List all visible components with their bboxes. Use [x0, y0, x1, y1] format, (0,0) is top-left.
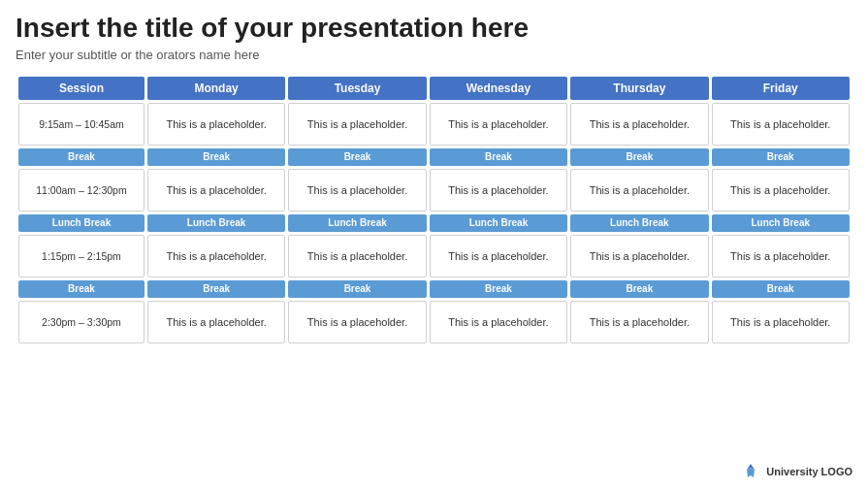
placeholder-cell: This is a placeholder.: [570, 301, 708, 343]
lunch-cell: Lunch Break: [147, 214, 285, 232]
lunch-cell: Lunch Break: [18, 214, 145, 232]
placeholder-cell: This is a placeholder.: [147, 235, 285, 277]
placeholder-cell: This is a placeholder.: [712, 169, 850, 212]
placeholder-cell: This is a placeholder.: [288, 301, 426, 343]
break-row: BreakBreakBreakBreakBreakBreak: [18, 280, 850, 298]
break-cell: Break: [147, 148, 285, 166]
placeholder-cell: This is a placeholder.: [430, 235, 567, 277]
placeholder-cell: This is a placeholder.: [288, 169, 426, 212]
placeholder-cell: This is a placeholder.: [712, 301, 850, 343]
placeholder-cell: This is a placeholder.: [430, 169, 567, 212]
data-row: 11:00am – 12:30pmThis is a placeholder.T…: [18, 169, 850, 212]
time-cell: 2:30pm – 3:30pm: [18, 301, 145, 343]
schedule-table: Session Monday Tuesday Wednesday Thursda…: [16, 74, 852, 346]
break-cell: Break: [288, 148, 426, 166]
presentation-title: Insert the title of your presentation he…: [16, 14, 852, 44]
presentation-subtitle: Enter your subtitle or the orators name …: [16, 48, 852, 62]
svg-marker-1: [747, 468, 755, 477]
break-cell: Break: [430, 148, 567, 166]
slide: Insert the title of your presentation he…: [0, 0, 868, 489]
col-tuesday: Tuesday: [288, 77, 426, 100]
placeholder-cell: This is a placeholder.: [712, 235, 850, 277]
break-cell: Break: [712, 148, 850, 166]
placeholder-cell: This is a placeholder.: [147, 301, 285, 343]
lunch-cell: Lunch Break: [570, 214, 708, 232]
break-row: BreakBreakBreakBreakBreakBreak: [18, 148, 850, 166]
logo-plain: University: [766, 466, 818, 477]
break-cell: Break: [570, 148, 708, 166]
col-wednesday: Wednesday: [430, 77, 567, 100]
placeholder-cell: This is a placeholder.: [570, 235, 708, 277]
placeholder-cell: This is a placeholder.: [570, 103, 708, 146]
placeholder-cell: This is a placeholder.: [430, 103, 567, 146]
col-session: Session: [18, 77, 145, 100]
col-monday: Monday: [147, 77, 285, 100]
break-cell: Break: [18, 148, 145, 166]
break-cell: Break: [712, 280, 850, 298]
header-row: Session Monday Tuesday Wednesday Thursda…: [18, 77, 850, 100]
break-cell: Break: [147, 280, 285, 298]
logo-text: University LOGO: [766, 466, 852, 477]
time-cell: 1:15pm – 2:15pm: [18, 235, 145, 277]
placeholder-cell: This is a placeholder.: [712, 103, 850, 146]
logo-bold: LOGO: [821, 466, 852, 477]
logo-area: University LOGO: [741, 462, 852, 481]
placeholder-cell: This is a placeholder.: [288, 235, 426, 277]
data-row: 9:15am – 10:45amThis is a placeholder.Th…: [18, 103, 850, 146]
time-cell: 11:00am – 12:30pm: [18, 169, 145, 212]
lunch-cell: Lunch Break: [430, 214, 567, 232]
placeholder-cell: This is a placeholder.: [147, 169, 285, 212]
data-row: 1:15pm – 2:15pmThis is a placeholder.Thi…: [18, 235, 850, 277]
placeholder-cell: This is a placeholder.: [570, 169, 708, 212]
col-thursday: Thursday: [570, 77, 708, 100]
lunch-cell: Lunch Break: [288, 214, 426, 232]
placeholder-cell: This is a placeholder.: [147, 103, 285, 146]
col-friday: Friday: [712, 77, 850, 100]
data-row: 2:30pm – 3:30pmThis is a placeholder.Thi…: [18, 301, 850, 343]
lunch-cell: Lunch Break: [712, 214, 850, 232]
placeholder-cell: This is a placeholder.: [430, 301, 567, 343]
break-cell: Break: [430, 280, 567, 298]
break-cell: Break: [18, 280, 145, 298]
logo-icon: [741, 462, 760, 481]
break-cell: Break: [570, 280, 708, 298]
lunch-break-row: Lunch BreakLunch BreakLunch BreakLunch B…: [18, 214, 850, 232]
break-cell: Break: [288, 280, 426, 298]
time-cell: 9:15am – 10:45am: [18, 103, 145, 146]
placeholder-cell: This is a placeholder.: [288, 103, 426, 146]
